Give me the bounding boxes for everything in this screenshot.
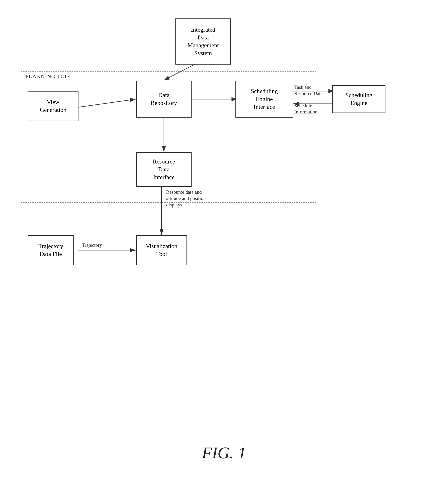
vt-label: Visualization Tool (146, 242, 177, 258)
resource-data-interface-box: Resource Data Interface (136, 152, 192, 187)
se-label: Scheduling Engine (346, 91, 372, 107)
visualization-tool-box: Visualization Tool (136, 235, 187, 265)
planning-tool-label: PLANNING TOOL (25, 73, 73, 80)
data-repository-box: Data Repository (136, 81, 192, 118)
tdf-label: Trajectory Data File (38, 242, 63, 258)
figure-caption: FIG. 1 (0, 443, 448, 463)
diagram-container: PLANNING TOOL Integrated Data Management… (14, 9, 434, 413)
trajectory-data-file-box: Trajectory Data File (28, 235, 74, 265)
data-repo-label: Data Repository (151, 91, 177, 107)
view-generation-box: View Generation (28, 91, 78, 121)
trajectory-label: Trajectory (82, 242, 102, 248)
scheduling-engine-interface-box: Scheduling Engine Interface (235, 81, 293, 118)
idms-box: Integrated Data Management System (175, 18, 231, 65)
sei-label: Scheduling Engine Interface (251, 87, 278, 111)
idms-label: Integrated Data Management System (187, 26, 219, 57)
schedule-info-label: Schedule Information (294, 103, 317, 115)
task-resource-label: Task and Resource Data (294, 84, 323, 97)
scheduling-engine-box: Scheduling Engine (332, 85, 386, 113)
resource-data-label: Resource data and attitude and position … (166, 189, 206, 208)
rdi-label: Resource Data Interface (153, 158, 175, 181)
view-gen-label: View Generation (40, 98, 66, 114)
diagram-svg (14, 9, 434, 413)
